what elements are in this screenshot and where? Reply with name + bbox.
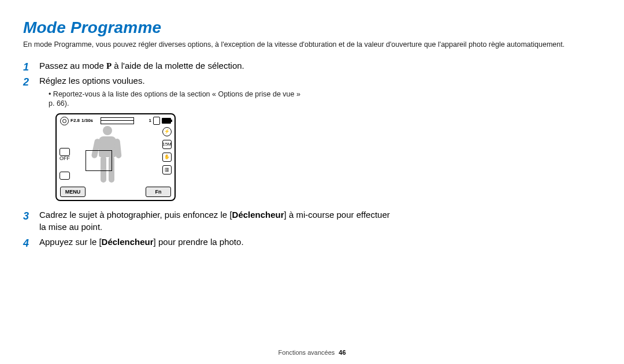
step-text-bold: Déclencheur [102, 237, 154, 247]
stabilization-icon: ✋ [162, 153, 172, 162]
memory-card-icon [153, 117, 160, 125]
sound-off-icon: OFF [60, 148, 70, 161]
shot-count: 1 [149, 118, 151, 124]
step-text-pre: Cadrez le sujet à photographier, puis en… [39, 210, 232, 220]
battery-icon [162, 118, 171, 124]
shutter-value: 1/30s [81, 118, 93, 124]
step-text-pre: Passez au mode [39, 61, 106, 70]
lcd-bottom-bar: MENU Fn [60, 187, 171, 197]
footer-section: Fonctions avancées [278, 349, 335, 356]
sub-step-text-b: p. 66). [49, 99, 69, 107]
step-3: 3 Cadrez le sujet à photographier, puis … [23, 209, 393, 233]
lcd-screen: F2.8 1/30s 1 ⚡ 15M ✋ ▥ [55, 113, 176, 201]
step-text-post: ] pour prendre la photo. [154, 237, 244, 247]
mode-letter-p: P [106, 61, 112, 70]
manual-page: Mode Programme En mode Programme, vous p… [0, 0, 624, 364]
exposure-bar-icon [101, 117, 134, 124]
step-text-post: à l'aide de la molette de sélection. [112, 61, 244, 70]
page-number: 46 [339, 349, 346, 356]
display-mode-icon [60, 172, 70, 180]
steps-list: 1 Passez au mode P à l'aide de la molett… [23, 60, 393, 248]
step-2: 2 Réglez les options voulues. Reportez-v… [23, 75, 393, 201]
page-title: Mode Programme [23, 18, 601, 37]
sub-step-list: Reportez-vous à la liste des options de … [39, 90, 393, 109]
mode-icon [60, 117, 69, 125]
step-text-bold: Déclencheur [232, 210, 284, 220]
step-number: 3 [23, 209, 29, 223]
off-label: OFF [60, 155, 70, 161]
fn-button-label: Fn [146, 187, 171, 197]
step-number: 1 [23, 60, 29, 74]
aperture-value: F2.8 [70, 118, 80, 124]
sub-step: Reportez-vous à la liste des options de … [49, 90, 393, 109]
intro-paragraph: En mode Programme, vous pouvez régler di… [23, 40, 601, 49]
focus-frame-icon [86, 150, 112, 171]
step-text: Réglez les options voulues. [39, 76, 145, 86]
lcd-illustration-wrap: F2.8 1/30s 1 ⚡ 15M ✋ ▥ [55, 113, 393, 201]
page-footer: Fonctions avancées 46 [0, 349, 624, 356]
step-number: 2 [23, 75, 29, 89]
image-size-icon: 15M [162, 140, 172, 149]
sub-step-text-a: Reportez-vous à la liste des options de … [53, 90, 300, 98]
menu-button-label: MENU [60, 187, 86, 197]
step-4: 4 Appuyez sur le [Déclencheur] pour pren… [23, 236, 393, 248]
step-number: 4 [23, 236, 29, 250]
lcd-right-icons: ⚡ 15M ✋ ▥ [162, 127, 172, 174]
lcd-left-icons: OFF [60, 148, 70, 180]
step-text-pre: Appuyez sur le [ [39, 237, 102, 247]
lcd-top-bar: F2.8 1/30s 1 [60, 117, 171, 125]
step-1: 1 Passez au mode P à l'aide de la molett… [23, 60, 393, 72]
quality-icon: ▥ [162, 165, 172, 174]
flash-icon: ⚡ [162, 127, 172, 136]
